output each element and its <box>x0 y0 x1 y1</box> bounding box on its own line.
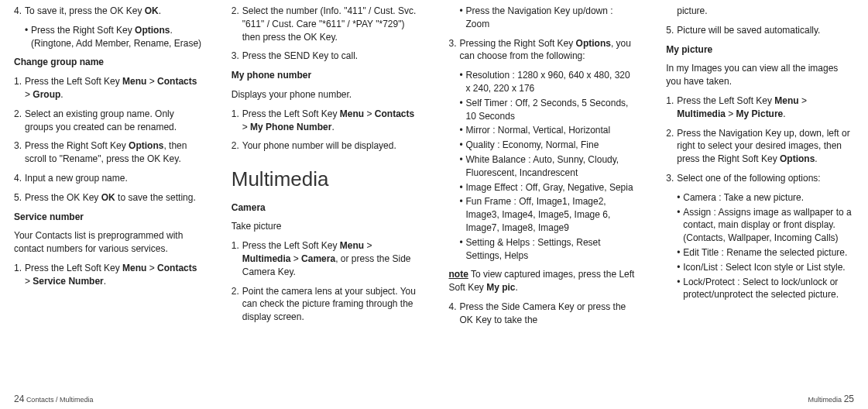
footer-left: 24 Contacts / Multimedia <box>14 393 93 406</box>
bullet-icon: • <box>460 124 466 137</box>
list-item-continuation: picture. <box>666 5 854 18</box>
bullet-item: •Mirror : Normal, Vertical, Horizontal <box>449 124 637 137</box>
column-2: 2. Select the number (Info. "411" / Cust… <box>232 5 420 389</box>
list-text: Select the number (Info. "411" / Cust. S… <box>242 5 420 43</box>
list-number: 5. <box>14 191 25 204</box>
footer-label-left: Contacts / Multimedia <box>26 396 94 404</box>
list-number: 3. <box>666 172 677 185</box>
list-number: 4. <box>14 172 25 185</box>
list-text: Your phone number will be displayed. <box>242 139 420 153</box>
bullet-item: •Icon/List : Select Icon style or List s… <box>666 261 854 274</box>
bullet-text: Edit Title : Rename the selected picture… <box>683 246 854 259</box>
list-item: 3. Press the Right Soft Key Options, the… <box>14 139 202 166</box>
heading-service-number: Service number <box>14 211 202 224</box>
list-item: 2. Press the Navigation Key up, down, le… <box>666 127 854 166</box>
note-paragraph: note To view captured images, press the … <box>449 268 637 294</box>
bullet-text: Lock/Protect : Select to lock/unlock or … <box>683 276 854 302</box>
list-item: 5. Press the OK Key OK to save the setti… <box>14 191 202 204</box>
list-item: 1. Press the Left Soft Key Menu > Contac… <box>14 262 202 288</box>
list-number: 5. <box>666 24 677 37</box>
bullet-item: •Edit Title : Rename the selected pictur… <box>666 246 854 259</box>
bullet-text: Camera : Take a new picture. <box>683 191 854 204</box>
list-text: Picture will be saved automatically. <box>677 24 854 37</box>
list-text: Press the Side Camera Key or press the O… <box>460 301 637 327</box>
list-number: 1. <box>14 75 25 101</box>
list-number: 4. <box>14 5 25 18</box>
page-columns: 4. To save it, press the OK Key OK. • Pr… <box>14 5 854 389</box>
list-text: picture. <box>677 5 854 18</box>
bullet-item: •White Balance : Auto, Sunny, Cloudy, Fl… <box>449 153 637 180</box>
list-item: 3. Press the SEND Key to call. <box>232 50 420 63</box>
column-4: picture. 5. Picture will be saved automa… <box>666 5 854 389</box>
bullet-icon: • <box>677 276 683 302</box>
page-number-right: 25 <box>844 394 854 404</box>
list-number: 2. <box>232 285 242 324</box>
paragraph: Your Contacts list is preprogrammed with… <box>14 229 202 256</box>
list-number: 4. <box>449 301 460 327</box>
list-item: 1. Press the Left Soft Key Menu > Multim… <box>232 239 420 278</box>
page-footer: 24 Contacts / Multimedia Multimedia 25 <box>14 393 854 406</box>
list-text: Press the Left Soft Key Menu > Contacts … <box>242 108 420 134</box>
list-item: 1. Press the Left Soft Key Menu > Contac… <box>14 75 202 101</box>
heading-change-group-name: Change group name <box>14 56 202 69</box>
list-item: 4. To save it, press the OK Key OK. <box>14 5 202 18</box>
list-item: 2. Select the number (Info. "411" / Cust… <box>232 5 420 43</box>
list-text: To save it, press the OK Key OK. <box>25 5 202 18</box>
list-text: Input a new group name. <box>25 172 202 185</box>
list-text: Press the SEND Key to call. <box>242 50 420 63</box>
bullet-item: •Quality : Economy, Normal, Fine <box>449 139 637 152</box>
note-label: note <box>449 269 468 280</box>
bullet-icon: • <box>677 206 683 245</box>
list-item: 4. Press the Side Camera Key or press th… <box>449 301 637 327</box>
bullet-text: Mirror : Normal, Vertical, Horizontal <box>466 124 637 137</box>
bullet-text: Press the Right Soft Key Options. (Ringt… <box>31 24 202 50</box>
bullet-text: Press the Navigation Key up/down : Zoom <box>466 5 637 31</box>
bullet-icon: • <box>677 261 683 274</box>
bullet-icon: • <box>460 181 466 194</box>
list-text: Pressing the Right Soft Key Options, you… <box>460 37 637 64</box>
list-item: 2. Your phone number will be displayed. <box>232 139 420 153</box>
bullet-icon: • <box>460 195 466 234</box>
heading-multimedia: Multimedia <box>232 165 420 193</box>
column-3: • Press the Navigation Key up/down : Zoo… <box>449 5 637 389</box>
list-text: Press the OK Key OK to save the setting. <box>25 191 202 204</box>
bullet-item: •Setting & Helps : Settings, Reset Setti… <box>449 236 637 263</box>
bullet-text: Resolution : 1280 x 960, 640 x 480, 320 … <box>466 69 637 95</box>
bullet-item: • Press the Navigation Key up/down : Zoo… <box>449 5 637 31</box>
subheading-take-picture: Take picture <box>232 220 420 233</box>
bullet-icon: • <box>460 5 466 31</box>
bullet-text: Setting & Helps : Settings, Reset Settin… <box>466 236 637 263</box>
bullet-text: Icon/List : Select Icon style or List st… <box>683 261 854 274</box>
list-number: 3. <box>232 50 242 63</box>
bullet-text: Quality : Economy, Normal, Fine <box>466 139 637 152</box>
heading-my-picture: My picture <box>666 43 854 57</box>
list-text: Press the Navigation Key up, down, left … <box>677 127 854 166</box>
bullet-item: •Camera : Take a new picture. <box>666 191 854 204</box>
list-item: 2. Point the camera lens at your subject… <box>232 285 420 324</box>
bullet-text: Assign : Assigns image as wallpaper to a… <box>683 206 854 245</box>
list-number: 2. <box>232 5 242 43</box>
list-item: 4. Input a new group name. <box>14 172 202 185</box>
bullet-text: Image Effect : Off, Gray, Negative, Sepi… <box>466 181 637 194</box>
page-number-left: 24 <box>14 394 24 404</box>
footer-right: Multimedia 25 <box>808 393 854 406</box>
bullet-item: • Press the Right Soft Key Options. (Rin… <box>14 24 202 50</box>
list-item: 3. Pressing the Right Soft Key Options, … <box>449 37 637 64</box>
list-number: 1. <box>232 108 242 134</box>
bullet-icon: • <box>460 69 466 95</box>
bullet-icon: • <box>460 236 466 263</box>
list-item: 1. Press the Left Soft Key Menu > Contac… <box>232 108 420 134</box>
list-item: 3. Select one of the following options: <box>666 172 854 185</box>
list-item: 1. Press the Left Soft Key Menu > Multim… <box>666 95 854 121</box>
list-number: 2. <box>232 139 242 153</box>
bullet-item: •Self Timer : Off, 2 Seconds, 5 Seconds,… <box>449 97 637 123</box>
footer-label-right: Multimedia <box>808 396 842 404</box>
bullet-icon: • <box>460 97 466 123</box>
list-text: Select an existing group name. Only grou… <box>25 108 202 134</box>
bullet-text: White Balance : Auto, Sunny, Cloudy, Flu… <box>466 153 637 180</box>
bullet-item: •Image Effect : Off, Gray, Negative, Sep… <box>449 181 637 194</box>
paragraph: Displays your phone number. <box>232 88 420 101</box>
list-text: Press the Right Soft Key Options, then s… <box>25 139 202 166</box>
bullet-text: Self Timer : Off, 2 Seconds, 5 Seconds, … <box>466 97 637 123</box>
list-number: 1. <box>666 95 677 121</box>
